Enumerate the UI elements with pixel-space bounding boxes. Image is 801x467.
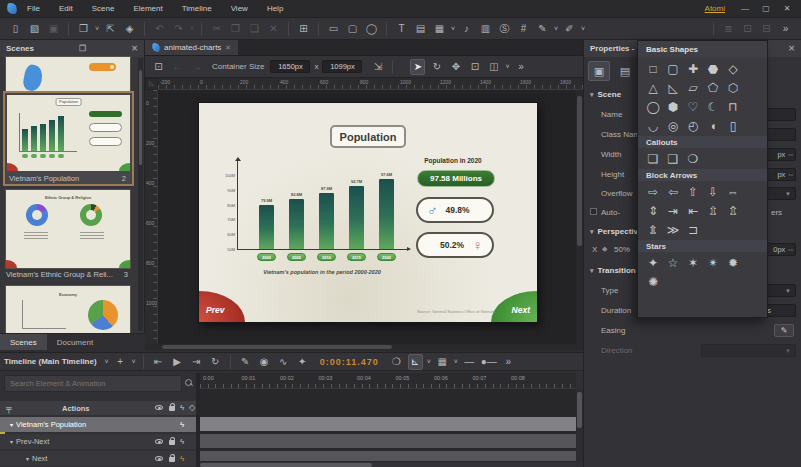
timeline-row-next[interactable]: ▾Nextϟ [0, 451, 196, 466]
snapping-caret-icon[interactable]: ˅ [425, 354, 433, 370]
brush-tool-icon[interactable]: ✐ [562, 21, 577, 37]
go-to-end-icon[interactable]: ⇥ [189, 354, 204, 370]
shape-left-right-arrow-icon[interactable]: ⇔ [723, 182, 743, 201]
tab-document[interactable]: Document [47, 334, 103, 350]
close-icon[interactable]: ✕ [781, 4, 793, 13]
shape-diamond-icon[interactable]: ◇ [723, 59, 743, 78]
eye-icon[interactable] [155, 405, 163, 410]
timeline-row-vietnam-s-population[interactable]: ▾Vietnam's Populationϟ [0, 417, 196, 432]
shape-square-icon[interactable]: □ [643, 59, 663, 78]
shape-down-arrow-icon[interactable]: ⇩ [703, 182, 723, 201]
bar-2020[interactable] [379, 179, 394, 249]
pan-tool-icon[interactable]: ✥ [448, 59, 463, 75]
auto-checkbox[interactable] [590, 208, 597, 215]
shape-moon-icon[interactable]: ☾ [703, 97, 723, 116]
lock-icon[interactable] [169, 457, 175, 462]
open-project-icon[interactable]: ▧ [27, 21, 42, 37]
apply-scale-icon[interactable]: ⇲ [370, 59, 385, 75]
close-panel-icon[interactable]: ✕ [131, 44, 138, 53]
chevron-down-icon[interactable]: ▾ [10, 421, 13, 428]
shape-rectangular-callout-icon[interactable]: ❏ [643, 149, 663, 168]
shape-rounded-callout-icon[interactable]: ❑ [663, 149, 683, 168]
population-value-badge[interactable]: 97.58 Millions [417, 170, 495, 187]
shape-left-arrow-callout-icon[interactable]: ⇫ [703, 201, 723, 220]
timeline-menu-caret-icon[interactable]: ˅ [103, 354, 111, 370]
minimize-icon[interactable]: — [739, 4, 751, 13]
marquee-tool-icon[interactable]: ◫ [486, 59, 501, 75]
auto-keyframe-mode-icon[interactable]: ◉ [257, 354, 272, 370]
lightning-icon[interactable]: ϟ [180, 437, 184, 446]
shape-triangle-icon[interactable]: △ [643, 78, 663, 97]
timeline-hscrollbar[interactable] [200, 462, 576, 467]
shape-star-6-point-icon[interactable]: ✶ [683, 253, 703, 272]
next-button[interactable]: Next [491, 291, 537, 322]
symbol-insert-icon[interactable]: Ⓢ [497, 21, 512, 37]
tools-more-icon[interactable]: » [513, 59, 528, 75]
shape-hexagon-icon[interactable]: ⬡ [723, 78, 743, 97]
shape-star-5-point-icon[interactable]: ☆ [663, 253, 683, 272]
scenes-scrollbar[interactable] [138, 58, 143, 331]
float-panel-icon[interactable]: ❐ [79, 44, 86, 53]
shape-pie-icon[interactable]: ◴ [683, 116, 703, 135]
keyframe-diamond-icon[interactable]: ◆ [602, 245, 607, 253]
document-tab[interactable]: animated-charts ✕ [145, 40, 238, 55]
spinner-icon[interactable]: ˄˅ [788, 248, 793, 252]
publish-icon[interactable]: ⇱ [103, 21, 118, 37]
slide-title[interactable]: Population [330, 125, 406, 148]
properties-tab-element[interactable]: ▤ [614, 61, 636, 81]
audio-insert-icon[interactable]: ♪ [459, 21, 474, 37]
shape-heptagon-icon[interactable]: ⬣ [703, 59, 723, 78]
scene-label[interactable]: Vietnam's Ethnic Group & Reli... 3 [6, 268, 132, 281]
shape-ellipse-icon[interactable]: ◯ [643, 97, 663, 116]
lightning-icon[interactable]: ϟ [180, 403, 184, 412]
eye-icon[interactable] [155, 439, 163, 444]
timeline-ruler[interactable]: 0:0000:0100:0200:0300:0400:0500:0600:070… [200, 373, 576, 389]
lightning-icon[interactable]: ϟ [180, 454, 184, 463]
shape-chevron-arrow-icon[interactable]: ≫ [663, 220, 683, 239]
timeline-zoom-slider-icon[interactable]: ●— [481, 354, 497, 370]
add-keyframe-icon[interactable]: ✦ [295, 354, 310, 370]
shape-right-triangle-icon[interactable]: ◺ [663, 78, 683, 97]
fit-view-icon[interactable]: ⊡ [151, 59, 166, 75]
shape-striped-right-arrow-icon[interactable]: ⇭ [643, 220, 663, 239]
shape-up-down-arrow-icon[interactable]: ⇕ [643, 201, 663, 220]
video-insert-icon[interactable]: ▥ [478, 21, 493, 37]
add-label-icon[interactable]: ❍ [389, 354, 404, 370]
bar-2010[interactable] [319, 193, 334, 249]
rounded-rectangle-tool-icon[interactable]: ▢ [345, 21, 360, 37]
loop-playback-icon[interactable]: ↻ [208, 354, 223, 370]
freeform-caret-icon[interactable]: ˅ [552, 21, 560, 37]
play-icon[interactable]: ▶ [170, 354, 185, 370]
menu-view[interactable]: View [231, 4, 248, 13]
shape-star-12-point-icon[interactable]: ✹ [723, 253, 743, 272]
section-scene[interactable]: ▾Scene [590, 90, 621, 99]
scene-label[interactable]: Vietnam's Population 2 [9, 172, 130, 185]
male-stat-pill[interactable]: ♂ 49.8% [416, 197, 494, 223]
close-tab-icon[interactable]: ✕ [225, 44, 231, 52]
image-insert-icon[interactable]: ▦ [432, 21, 447, 37]
brush-caret-icon[interactable]: ˅ [579, 21, 587, 37]
canvas-vscrollbar[interactable] [576, 90, 583, 344]
embed-html-icon[interactable]: # [516, 21, 531, 37]
image-caret-icon[interactable]: ˅ [449, 21, 457, 37]
tab-scenes[interactable]: Scenes [0, 334, 47, 350]
prev-button[interactable]: Prev [199, 291, 245, 322]
shape-trapezoid-icon[interactable]: ⊓ [723, 97, 743, 116]
shape-chord-icon[interactable]: ◡ [643, 116, 663, 135]
menu-timeline[interactable]: Timeline [182, 4, 212, 13]
shape-octagon-icon[interactable]: ⬢ [663, 97, 683, 116]
shape-oval-callout-icon[interactable]: ❍ [683, 149, 703, 168]
shape-star-8-point-icon[interactable]: ✴ [703, 253, 723, 272]
menu-scene[interactable]: Scene [92, 4, 115, 13]
timeline-more-icon[interactable]: » [501, 354, 516, 370]
shape-left-arrow-icon[interactable]: ⇦ [663, 182, 683, 201]
track-bar[interactable] [200, 451, 576, 461]
keyframe-icon[interactable]: ◇ [189, 403, 195, 412]
easing-edit-button[interactable]: ✎ [774, 324, 794, 337]
shape-half-moon-icon[interactable]: ◖ [703, 116, 723, 135]
pin-icon[interactable]: ╤ [6, 404, 12, 413]
new-project-icon[interactable]: ▯ [8, 21, 23, 37]
spinner-icon[interactable]: ˄˅ [788, 173, 793, 177]
menu-edit[interactable]: Edit [59, 4, 73, 13]
shape-pentagon-arrow-icon[interactable]: ⊐ [683, 220, 703, 239]
